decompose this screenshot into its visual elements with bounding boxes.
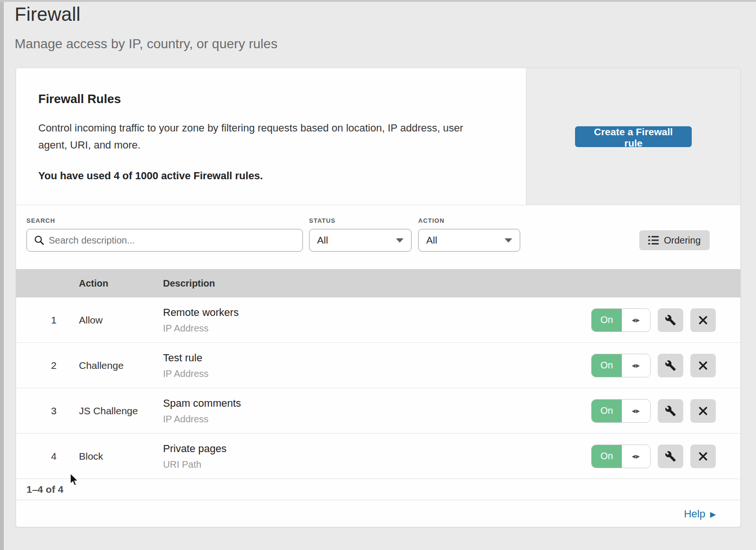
create-firewall-rule-button[interactable]: Create a Firewall rule: [575, 126, 692, 147]
rule-toggle[interactable]: On ◂▸: [591, 308, 651, 332]
help-link[interactable]: Help ▶: [684, 508, 716, 520]
column-header-description: Description: [163, 278, 716, 289]
rule-match-type: IP Address: [163, 414, 591, 425]
chevron-down-icon: [505, 238, 512, 243]
toggle-arrows-icon: ◂▸: [622, 354, 650, 377]
rule-match-type: IP Address: [163, 323, 591, 334]
wrench-icon: [665, 314, 676, 326]
intro-section: Firewall Rules Control incoming traffic …: [16, 68, 740, 205]
rule-controls: On ◂▸: [591, 445, 716, 468]
toggle-on-label: On: [592, 309, 622, 332]
rule-description: Remote workers: [163, 306, 591, 319]
status-label: STATUS: [309, 217, 335, 224]
close-icon: [698, 315, 708, 325]
rule-toggle[interactable]: On ◂▸: [591, 399, 651, 423]
edit-rule-button[interactable]: [658, 445, 683, 468]
window-edge-top: [0, 0, 756, 2]
search-icon: [34, 235, 44, 245]
rule-match-type: URI Path: [163, 459, 591, 470]
mouse-cursor: [70, 473, 80, 487]
section-heading: Firewall Rules: [38, 92, 503, 106]
intro-text-block: Firewall Rules Control incoming traffic …: [16, 68, 526, 205]
window-edge-left: [0, 0, 4, 550]
status-select[interactable]: All: [309, 229, 412, 252]
toggle-on-label: On: [592, 445, 622, 468]
delete-rule-button[interactable]: [690, 308, 716, 332]
rule-description: Spam comments: [163, 397, 591, 410]
section-description: Control incoming traffic to your zone by…: [38, 120, 488, 154]
search-label: SEARCH: [26, 217, 55, 224]
rule-match-type: IP Address: [163, 368, 591, 379]
rule-toggle[interactable]: On ◂▸: [591, 354, 651, 377]
search-field-wrap: [26, 229, 303, 252]
rule-number: 2: [51, 360, 79, 371]
toggle-on-label: On: [592, 400, 622, 422]
filter-bar: SEARCH STATUS ACTION All All Ordering: [16, 205, 740, 269]
rule-number: 1: [51, 314, 79, 326]
ordering-button-label: Ordering: [664, 235, 701, 246]
rule-controls: On ◂▸: [591, 308, 716, 332]
action-label: ACTION: [418, 217, 445, 224]
rule-controls: On ◂▸: [591, 354, 716, 377]
rule-description: Private pages: [163, 443, 591, 455]
help-bar: Help ▶: [16, 500, 740, 527]
toggle-on-label: On: [592, 354, 622, 377]
column-header-action: Action: [79, 278, 163, 289]
action-select[interactable]: All: [418, 229, 520, 252]
delete-rule-button[interactable]: [690, 445, 716, 468]
ordering-button[interactable]: Ordering: [639, 230, 710, 250]
page-title: Firewall: [15, 4, 277, 25]
close-icon: [698, 452, 708, 461]
page-header: Firewall Manage access by IP, country, o…: [15, 4, 277, 52]
rule-toggle[interactable]: On ◂▸: [591, 445, 651, 468]
rule-action: Block: [79, 451, 163, 462]
rule-number: 3: [51, 405, 79, 417]
rule-action: Allow: [79, 314, 163, 326]
search-input[interactable]: [26, 229, 303, 252]
rule-description: Test rule: [163, 352, 591, 364]
intro-action-panel: Create a Firewall rule: [526, 68, 740, 205]
status-selected-value: All: [317, 235, 328, 246]
ordered-list-icon: [648, 236, 659, 245]
toggle-arrows-icon: ◂▸: [622, 400, 650, 422]
help-link-label: Help: [684, 508, 705, 520]
close-icon: [698, 406, 708, 416]
table-row: 1 Allow Remote workers IP Address On ◂▸: [16, 297, 740, 343]
rule-controls: On ◂▸: [591, 399, 716, 423]
wrench-icon: [665, 405, 676, 417]
delete-rule-button[interactable]: [690, 399, 716, 423]
edit-rule-button[interactable]: [658, 354, 683, 377]
toggle-arrows-icon: ◂▸: [622, 309, 650, 332]
delete-rule-button[interactable]: [690, 354, 716, 377]
table-row: 4 Block Private pages URI Path On ◂▸: [16, 434, 740, 479]
wrench-icon: [665, 451, 676, 462]
rule-action: Challenge: [79, 360, 163, 371]
firewall-rules-card: Firewall Rules Control incoming traffic …: [16, 68, 741, 527]
page-subtitle: Manage access by IP, country, or query r…: [15, 36, 277, 52]
table-row: 3 JS Challenge Spam comments IP Address …: [16, 388, 740, 434]
rule-number: 4: [51, 451, 79, 462]
chevron-down-icon: [396, 238, 404, 243]
close-icon: [698, 361, 708, 370]
usage-note: You have used 4 of 1000 active Firewall …: [38, 170, 503, 182]
pagination-label: 1–4 of 4: [16, 479, 740, 500]
table-header: Action Description: [16, 269, 740, 297]
action-selected-value: All: [426, 235, 437, 246]
toggle-arrows-icon: ◂▸: [622, 445, 650, 468]
table-row: 2 Challenge Test rule IP Address On ◂▸: [16, 343, 740, 388]
chevron-right-icon: ▶: [710, 510, 716, 519]
rule-action: JS Challenge: [79, 405, 163, 417]
edit-rule-button[interactable]: [658, 308, 683, 332]
edit-rule-button[interactable]: [658, 399, 683, 423]
wrench-icon: [665, 360, 676, 371]
